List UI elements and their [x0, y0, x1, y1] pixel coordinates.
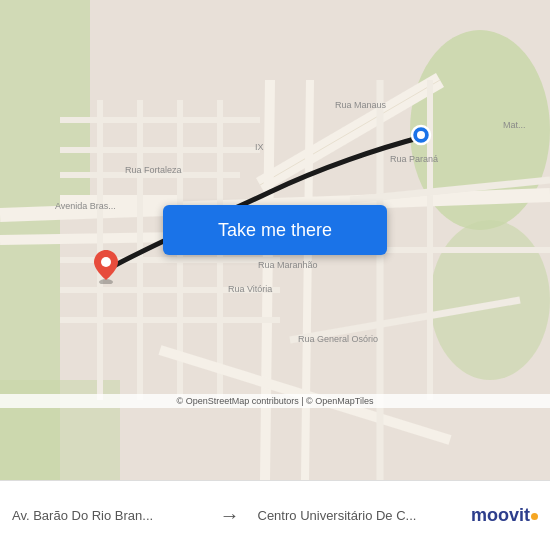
- from-location: Av. Barão Do Rio Bran...: [0, 500, 214, 531]
- svg-text:Rua General Osório: Rua General Osório: [298, 334, 378, 344]
- svg-text:IX: IX: [255, 142, 264, 152]
- svg-point-18: [417, 131, 425, 139]
- svg-text:Rua Paraná: Rua Paraná: [390, 154, 438, 164]
- to-location: Centro Universitário De C...: [246, 500, 460, 531]
- svg-point-16: [101, 257, 111, 267]
- to-location-label: Centro Universitário De C...: [258, 508, 448, 523]
- destination-dot: [410, 124, 432, 150]
- origin-pin: [92, 248, 120, 288]
- svg-text:Mat...: Mat...: [503, 120, 526, 130]
- moovit-logo-text: moovit: [471, 505, 538, 526]
- take-me-there-button[interactable]: Take me there: [163, 205, 387, 255]
- direction-arrow: →: [220, 504, 240, 526]
- from-location-label: Av. Barão Do Rio Bran...: [12, 508, 202, 523]
- svg-text:Rua Fortaleza: Rua Fortaleza: [125, 165, 182, 175]
- moovit-logo: moovit: [459, 497, 550, 534]
- svg-text:Rua Vitória: Rua Vitória: [228, 284, 272, 294]
- svg-text:Avenida Bras...: Avenida Bras...: [55, 201, 116, 211]
- svg-text:Rua Maranhão: Rua Maranhão: [258, 260, 318, 270]
- arrow-icon: →: [214, 504, 246, 527]
- map-container: Rua Manaus Rua Paraná Rua Fortaleza Aven…: [0, 0, 550, 480]
- svg-point-4: [430, 220, 550, 380]
- svg-rect-1: [0, 0, 90, 200]
- attribution-text: © OpenStreetMap contributors | © OpenMap…: [177, 396, 374, 406]
- bottom-bar: Av. Barão Do Rio Bran... → Centro Univer…: [0, 480, 550, 550]
- take-me-there-label: Take me there: [218, 220, 332, 241]
- map-attribution: © OpenStreetMap contributors | © OpenMap…: [0, 394, 550, 408]
- svg-text:Rua Manaus: Rua Manaus: [335, 100, 387, 110]
